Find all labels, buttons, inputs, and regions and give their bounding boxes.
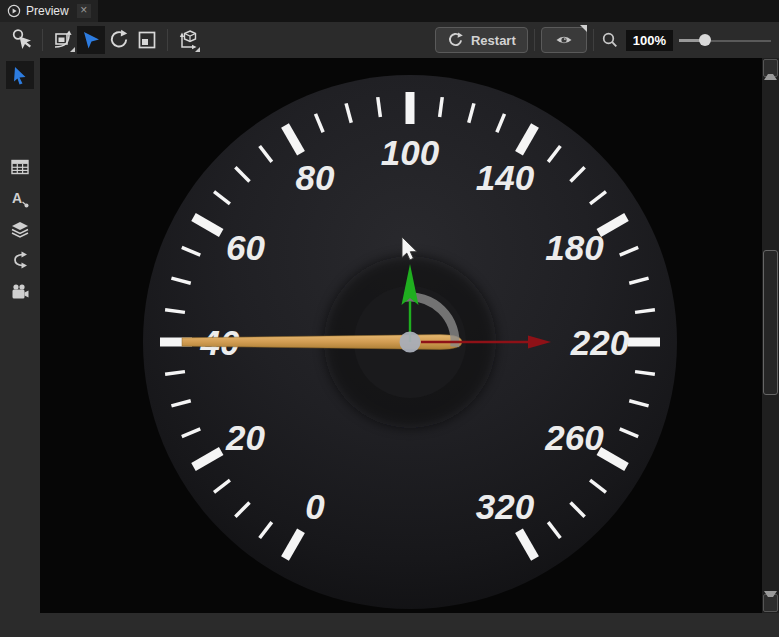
blue-cursor-icon	[79, 28, 103, 52]
gauge-label: 0	[305, 487, 325, 526]
gauge-label: 220	[570, 323, 630, 362]
table-icon	[10, 157, 30, 177]
gauge-label: 180	[545, 228, 604, 267]
preview-canvas[interactable]: 020406080100140180220260320	[40, 58, 762, 613]
gauge-label: 260	[544, 418, 604, 457]
gauge-label: 100	[381, 133, 440, 172]
restart-label: Restart	[471, 33, 516, 48]
gauge-label: 20	[225, 418, 265, 457]
gauge-label: 320	[476, 487, 535, 526]
dropdown-corner-indicator	[580, 25, 587, 32]
scroll-up-button[interactable]	[763, 59, 778, 77]
refresh-icon	[447, 32, 464, 49]
toolbar-separator	[593, 29, 594, 51]
play-cursor-tool-button[interactable]	[77, 26, 105, 54]
zoom-slider[interactable]	[679, 33, 771, 47]
zoom-level-value[interactable]: 100%	[626, 30, 673, 51]
bottom-bar	[0, 613, 779, 637]
toolbar-separator	[534, 29, 535, 51]
toolbar-separator	[167, 29, 168, 51]
gizmo-center-handle[interactable]	[400, 332, 421, 353]
gauge-svg: 020406080100140180220260320	[40, 58, 762, 613]
sidebar-item-select-mode[interactable]	[6, 61, 34, 89]
dropdown-corner-indicator	[70, 47, 75, 52]
gauge-label: 80	[296, 158, 335, 197]
play-circle-icon	[7, 4, 21, 18]
transition-arrows-icon	[10, 250, 30, 270]
gauge-label: 60	[226, 228, 265, 267]
left-sidebar: A	[0, 58, 40, 613]
zoom-slider-track	[711, 40, 771, 42]
tab-preview[interactable]: Preview ×	[0, 0, 98, 22]
magnifier-icon	[601, 31, 619, 49]
cursor-icon	[10, 65, 30, 85]
sidebar-item-table-view[interactable]	[6, 153, 34, 181]
rotate-icon	[107, 28, 131, 52]
dropdown-corner-indicator	[195, 47, 200, 52]
toolbar-separator	[42, 29, 43, 51]
cursor-loop-icon	[10, 28, 34, 52]
svg-text:A: A	[12, 190, 22, 206]
scale-icon	[135, 28, 159, 52]
tab-close-button[interactable]: ×	[77, 4, 91, 18]
tab-title: Preview	[26, 4, 69, 18]
zoom-slider-thumb[interactable]	[699, 34, 711, 46]
sidebar-item-camera[interactable]	[6, 278, 34, 306]
preview-window: Preview ×	[0, 0, 779, 637]
gauge-label: 140	[476, 158, 535, 197]
up-arrow-icon	[764, 56, 777, 80]
view3d-tool-button[interactable]	[174, 26, 202, 54]
visibility-button[interactable]	[541, 27, 587, 53]
layers-icon	[10, 220, 30, 240]
sidebar-item-text-annotation[interactable]: A	[6, 185, 34, 213]
zoom-tool-button[interactable]	[600, 26, 620, 54]
down-arrow-icon	[764, 591, 777, 615]
camera-icon	[10, 282, 30, 302]
vertical-scrollbar-thumb[interactable]	[763, 250, 778, 395]
toolbar: Restart 100%	[0, 22, 779, 58]
vertical-scrollbar[interactable]	[762, 58, 779, 613]
scroll-down-button[interactable]	[763, 594, 778, 612]
restart-button[interactable]: Restart	[435, 27, 528, 53]
scale-tool-button[interactable]	[133, 26, 161, 54]
selection-tool-button[interactable]	[8, 26, 36, 54]
sidebar-item-layers[interactable]	[6, 216, 34, 244]
rotate-tool-button[interactable]	[105, 26, 133, 54]
transform-tool-button[interactable]	[49, 26, 77, 54]
font-node-icon: A	[10, 189, 30, 209]
sidebar-item-transitions[interactable]	[6, 246, 34, 274]
tab-bar: Preview ×	[0, 0, 779, 22]
eye-icon	[555, 33, 573, 47]
